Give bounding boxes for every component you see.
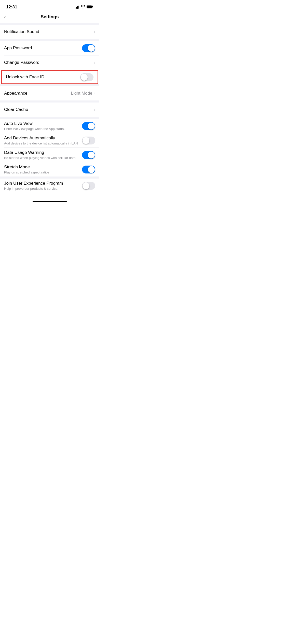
settings-row-stretch-mode[interactable]: Stretch ModePlay on stretched aspect rat… [0, 162, 99, 177]
signal-icon [75, 6, 79, 9]
auto-live-view-toggle-thumb [88, 123, 95, 129]
unlock-face-id-toggle[interactable] [80, 73, 93, 81]
settings-row-unlock-face-id[interactable]: Unlock with Face ID [1, 70, 98, 84]
settings-row-appearance[interactable]: AppearanceLight Mode› [0, 86, 99, 100]
battery-icon [87, 5, 93, 9]
settings-row-change-password[interactable]: Change Password› [0, 55, 99, 70]
change-password-label: Change Password [4, 60, 94, 65]
data-usage-warning-toggle-thumb [88, 152, 95, 158]
clear-cache-chevron: › [94, 107, 95, 112]
data-usage-warning-sublabel: Be alerted when playing videos with cell… [4, 156, 82, 160]
clear-cache-label: Clear Cache [4, 107, 94, 112]
auto-live-view-label: Auto Live View [4, 121, 82, 126]
notification-sound-chevron: › [94, 30, 95, 34]
notification-sound-label: Notification Sound [4, 29, 94, 35]
status-bar: 12:31 [0, 0, 99, 12]
group-separator [0, 100, 99, 103]
group-separator [0, 39, 99, 41]
settings-row-join-ux-program[interactable]: Join User Experience ProgramHelp improve… [0, 179, 99, 193]
group-separator [0, 117, 99, 119]
app-password-toggle-thumb [88, 45, 95, 52]
stretch-mode-toggle[interactable] [82, 166, 95, 173]
settings-row-add-devices-auto[interactable]: Add Devices AutomaticallyAdd devices to … [0, 133, 99, 148]
auto-live-view-sublabel: Enter live view page when the App starts… [4, 127, 82, 131]
settings-row-clear-cache[interactable]: Clear Cache› [0, 103, 99, 117]
appearance-label: Appearance [4, 91, 71, 96]
join-ux-program-toggle-thumb [83, 182, 89, 189]
join-ux-program-toggle[interactable] [82, 182, 95, 190]
appearance-value: Light Mode [71, 91, 92, 96]
home-indicator [0, 198, 99, 204]
change-password-chevron: › [94, 60, 95, 65]
settings-row-auto-live-view[interactable]: Auto Live ViewEnter live view page when … [0, 119, 99, 133]
settings-row-notification-sound[interactable]: Notification Sound› [0, 25, 99, 39]
status-time: 12:31 [6, 5, 17, 10]
wifi-icon [81, 5, 85, 9]
section-separator [0, 23, 99, 25]
svg-rect-1 [92, 6, 93, 7]
join-ux-program-label: Join User Experience Program [4, 181, 82, 186]
settings-group: Notification Sound›App PasswordChange Pa… [0, 25, 99, 193]
unlock-face-id-toggle-thumb [81, 74, 88, 81]
stretch-mode-label: Stretch Mode [4, 164, 82, 170]
group-separator [0, 84, 99, 86]
nav-bar: ‹ Settings [0, 12, 99, 23]
add-devices-auto-label: Add Devices Automatically [4, 135, 82, 141]
add-devices-auto-sublabel: Add devices to the device list automatic… [4, 141, 82, 146]
settings-row-app-password[interactable]: App Password [0, 41, 99, 55]
unlock-face-id-label: Unlock with Face ID [6, 74, 80, 80]
appearance-chevron: › [94, 91, 95, 96]
page-title: Settings [40, 14, 59, 20]
auto-live-view-toggle[interactable] [82, 122, 95, 130]
stretch-mode-toggle-thumb [88, 166, 95, 173]
settings-row-data-usage-warning[interactable]: Data Usage WarningBe alerted when playin… [0, 148, 99, 162]
home-bar [33, 201, 67, 202]
app-password-label: App Password [4, 45, 82, 51]
join-ux-program-sublabel: Help improve our products & service. [4, 187, 82, 191]
data-usage-warning-label: Data Usage Warning [4, 150, 82, 155]
stretch-mode-sublabel: Play on stretched aspect ratios [4, 170, 82, 175]
back-button[interactable]: ‹ [4, 14, 6, 20]
data-usage-warning-toggle[interactable] [82, 151, 95, 159]
add-devices-auto-toggle-thumb [83, 137, 89, 144]
status-icons [75, 5, 93, 9]
add-devices-auto-toggle[interactable] [82, 137, 95, 144]
app-password-toggle[interactable] [82, 44, 95, 52]
svg-rect-2 [87, 6, 92, 8]
group-separator [0, 177, 99, 179]
